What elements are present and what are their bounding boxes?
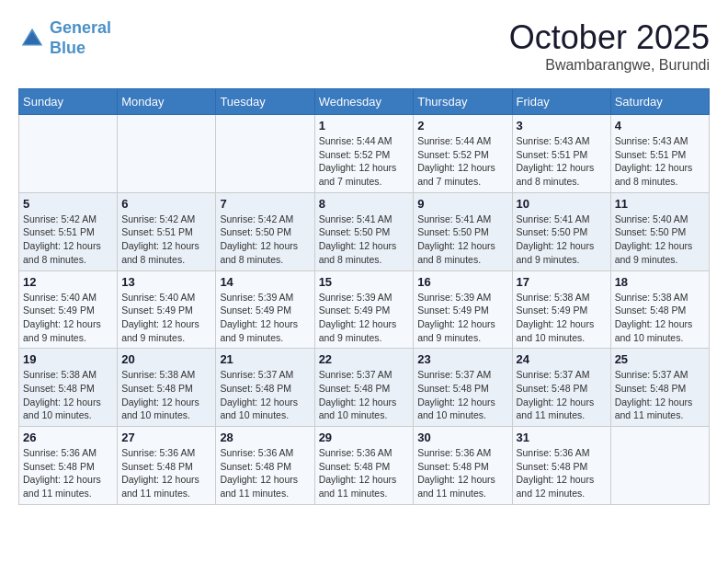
calendar-cell: 8Sunrise: 5:41 AM Sunset: 5:50 PM Daylig… (314, 192, 414, 270)
calendar-cell: 30Sunrise: 5:36 AM Sunset: 5:48 PM Dayli… (414, 427, 512, 505)
day-info: Sunrise: 5:44 AM Sunset: 5:52 PM Dayligh… (319, 134, 410, 189)
day-number: 28 (220, 431, 310, 444)
day-info: Sunrise: 5:38 AM Sunset: 5:48 PM Dayligh… (121, 368, 211, 422)
day-number: 10 (517, 197, 607, 211)
title-block: October 2025 Bwambarangwe, Burundi (509, 18, 710, 74)
day-number: 14 (220, 275, 310, 289)
logo-icon (18, 25, 46, 52)
day-number: 15 (319, 275, 410, 289)
day-info: Sunrise: 5:40 AM Sunset: 5:49 PM Dayligh… (121, 291, 211, 345)
weekday-header: Sunday (19, 89, 118, 115)
calendar-cell: 4Sunrise: 5:43 AM Sunset: 5:51 PM Daylig… (610, 115, 709, 193)
calendar-table: SundayMondayTuesdayWednesdayThursdayFrid… (18, 88, 710, 505)
calendar-week-row: 1Sunrise: 5:44 AM Sunset: 5:52 PM Daylig… (19, 115, 710, 193)
day-number: 25 (615, 352, 705, 366)
calendar-cell: 31Sunrise: 5:36 AM Sunset: 5:48 PM Dayli… (512, 427, 610, 505)
calendar-week-row: 5Sunrise: 5:42 AM Sunset: 5:51 PM Daylig… (19, 192, 710, 270)
day-info: Sunrise: 5:36 AM Sunset: 5:48 PM Dayligh… (23, 446, 113, 500)
page-header: General Blue October 2025 Bwambarangwe, … (18, 18, 710, 74)
calendar-cell: 18Sunrise: 5:38 AM Sunset: 5:48 PM Dayli… (610, 270, 709, 349)
day-info: Sunrise: 5:39 AM Sunset: 5:49 PM Dayligh… (319, 291, 410, 345)
day-number: 30 (417, 431, 507, 444)
calendar-cell: 23Sunrise: 5:37 AM Sunset: 5:48 PM Dayli… (414, 349, 512, 427)
day-number: 18 (615, 275, 705, 289)
calendar-cell: 10Sunrise: 5:41 AM Sunset: 5:50 PM Dayli… (512, 192, 610, 270)
day-info: Sunrise: 5:43 AM Sunset: 5:51 PM Dayligh… (517, 134, 607, 189)
calendar-cell: 26Sunrise: 5:36 AM Sunset: 5:48 PM Dayli… (19, 427, 118, 505)
calendar-cell (118, 115, 216, 193)
weekday-header: Wednesday (314, 89, 414, 115)
day-info: Sunrise: 5:38 AM Sunset: 5:48 PM Dayligh… (23, 368, 113, 422)
calendar-week-row: 12Sunrise: 5:40 AM Sunset: 5:49 PM Dayli… (19, 270, 710, 349)
calendar-cell: 15Sunrise: 5:39 AM Sunset: 5:49 PM Dayli… (314, 270, 414, 349)
calendar-cell: 22Sunrise: 5:37 AM Sunset: 5:48 PM Dayli… (314, 349, 414, 427)
day-number: 31 (517, 431, 607, 444)
day-number: 16 (417, 275, 507, 289)
day-number: 5 (23, 197, 113, 211)
day-info: Sunrise: 5:37 AM Sunset: 5:48 PM Dayligh… (615, 368, 705, 422)
day-number: 1 (319, 119, 410, 132)
day-number: 29 (319, 431, 410, 444)
day-number: 21 (220, 352, 310, 366)
weekday-header: Thursday (414, 89, 512, 115)
day-number: 2 (417, 119, 507, 132)
calendar-cell: 29Sunrise: 5:36 AM Sunset: 5:48 PM Dayli… (314, 427, 414, 505)
day-info: Sunrise: 5:39 AM Sunset: 5:49 PM Dayligh… (417, 291, 507, 345)
day-info: Sunrise: 5:40 AM Sunset: 5:49 PM Dayligh… (23, 291, 113, 345)
day-info: Sunrise: 5:44 AM Sunset: 5:52 PM Dayligh… (417, 134, 507, 189)
month-title: October 2025 (509, 18, 710, 57)
day-info: Sunrise: 5:43 AM Sunset: 5:51 PM Dayligh… (615, 134, 705, 189)
day-info: Sunrise: 5:42 AM Sunset: 5:50 PM Dayligh… (220, 213, 310, 267)
calendar-cell: 11Sunrise: 5:40 AM Sunset: 5:50 PM Dayli… (610, 192, 709, 270)
calendar-cell: 21Sunrise: 5:37 AM Sunset: 5:48 PM Dayli… (216, 349, 314, 427)
calendar-cell: 5Sunrise: 5:42 AM Sunset: 5:51 PM Daylig… (19, 192, 118, 270)
day-info: Sunrise: 5:42 AM Sunset: 5:51 PM Dayligh… (121, 213, 211, 267)
day-info: Sunrise: 5:40 AM Sunset: 5:50 PM Dayligh… (615, 213, 705, 267)
calendar-header: SundayMondayTuesdayWednesdayThursdayFrid… (19, 89, 710, 115)
day-info: Sunrise: 5:36 AM Sunset: 5:48 PM Dayligh… (319, 446, 410, 500)
day-info: Sunrise: 5:41 AM Sunset: 5:50 PM Dayligh… (319, 213, 410, 267)
day-number: 8 (319, 197, 410, 211)
calendar-cell: 14Sunrise: 5:39 AM Sunset: 5:49 PM Dayli… (216, 270, 314, 349)
calendar-cell: 3Sunrise: 5:43 AM Sunset: 5:51 PM Daylig… (512, 115, 610, 193)
day-number: 12 (23, 275, 113, 289)
day-number: 3 (517, 119, 607, 132)
calendar-cell (19, 115, 118, 193)
day-info: Sunrise: 5:36 AM Sunset: 5:48 PM Dayligh… (517, 446, 607, 500)
logo: General Blue (18, 18, 111, 58)
calendar-cell: 28Sunrise: 5:36 AM Sunset: 5:48 PM Dayli… (216, 427, 314, 505)
logo-text: General Blue (50, 18, 111, 58)
day-info: Sunrise: 5:39 AM Sunset: 5:49 PM Dayligh… (220, 291, 310, 345)
day-number: 9 (417, 197, 507, 211)
day-info: Sunrise: 5:37 AM Sunset: 5:48 PM Dayligh… (319, 368, 410, 422)
day-info: Sunrise: 5:37 AM Sunset: 5:48 PM Dayligh… (220, 368, 310, 422)
day-number: 13 (121, 275, 211, 289)
day-info: Sunrise: 5:36 AM Sunset: 5:48 PM Dayligh… (220, 446, 310, 500)
calendar-cell: 27Sunrise: 5:36 AM Sunset: 5:48 PM Dayli… (118, 427, 216, 505)
calendar-cell: 9Sunrise: 5:41 AM Sunset: 5:50 PM Daylig… (414, 192, 512, 270)
calendar-cell: 13Sunrise: 5:40 AM Sunset: 5:49 PM Dayli… (118, 270, 216, 349)
day-number: 7 (220, 197, 310, 211)
calendar-cell: 16Sunrise: 5:39 AM Sunset: 5:49 PM Dayli… (414, 270, 512, 349)
calendar-week-row: 26Sunrise: 5:36 AM Sunset: 5:48 PM Dayli… (19, 427, 710, 505)
day-number: 6 (121, 197, 211, 211)
day-info: Sunrise: 5:37 AM Sunset: 5:48 PM Dayligh… (517, 368, 607, 422)
day-number: 17 (517, 275, 607, 289)
calendar-cell: 19Sunrise: 5:38 AM Sunset: 5:48 PM Dayli… (19, 349, 118, 427)
day-number: 24 (517, 352, 607, 366)
day-number: 27 (121, 431, 211, 444)
day-number: 4 (615, 119, 705, 132)
calendar-cell: 7Sunrise: 5:42 AM Sunset: 5:50 PM Daylig… (216, 192, 314, 270)
weekday-header: Tuesday (216, 89, 314, 115)
weekday-header: Monday (118, 89, 216, 115)
day-number: 19 (23, 352, 113, 366)
day-info: Sunrise: 5:42 AM Sunset: 5:51 PM Dayligh… (23, 213, 113, 267)
day-number: 20 (121, 352, 211, 366)
weekday-header: Saturday (610, 89, 709, 115)
weekday-header-row: SundayMondayTuesdayWednesdayThursdayFrid… (19, 89, 710, 115)
day-info: Sunrise: 5:36 AM Sunset: 5:48 PM Dayligh… (121, 446, 211, 500)
day-info: Sunrise: 5:38 AM Sunset: 5:48 PM Dayligh… (615, 291, 705, 345)
location-subtitle: Bwambarangwe, Burundi (509, 57, 710, 74)
day-info: Sunrise: 5:41 AM Sunset: 5:50 PM Dayligh… (517, 213, 607, 267)
day-number: 22 (319, 352, 410, 366)
